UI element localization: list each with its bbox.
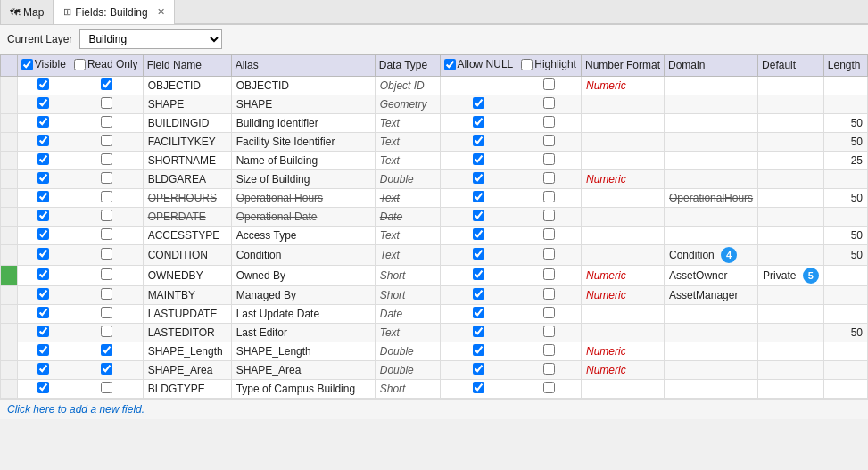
allownull-cell[interactable] (440, 379, 517, 398)
allownull-header-checkbox[interactable] (444, 59, 456, 70)
allownull-checkbox[interactable] (473, 268, 484, 280)
visible-checkbox[interactable] (37, 172, 49, 184)
readonly-cell[interactable] (70, 304, 143, 323)
allownull-cell[interactable] (440, 207, 517, 226)
highlight-checkbox[interactable] (543, 191, 555, 202)
allownull-cell[interactable] (440, 244, 517, 265)
visible-checkbox[interactable] (37, 344, 49, 356)
allownull-checkbox[interactable] (473, 288, 484, 300)
readonly-checkbox[interactable] (101, 288, 112, 300)
allownull-cell[interactable] (440, 226, 517, 244)
visible-cell[interactable] (17, 304, 70, 323)
highlight-cell[interactable] (517, 113, 582, 132)
readonly-cell[interactable] (70, 188, 143, 207)
readonly-checkbox[interactable] (101, 97, 112, 109)
visible-cell[interactable] (17, 244, 70, 265)
highlight-checkbox[interactable] (543, 382, 555, 393)
allownull-cell[interactable] (440, 188, 517, 207)
highlight-cell[interactable] (517, 379, 582, 398)
table-row[interactable]: SHAPE_Area SHAPE_Area Double Numeric (1, 360, 868, 379)
allownull-checkbox[interactable] (473, 228, 484, 240)
highlight-checkbox[interactable] (543, 228, 555, 240)
allownull-checkbox[interactable] (473, 382, 484, 393)
allownull-cell[interactable] (440, 265, 517, 285)
visible-cell[interactable] (17, 151, 70, 169)
visible-cell[interactable] (17, 265, 70, 285)
allownull-cell[interactable] (440, 285, 517, 304)
readonly-checkbox[interactable] (101, 268, 112, 280)
highlight-checkbox[interactable] (543, 97, 555, 109)
visible-cell[interactable] (17, 113, 70, 132)
allownull-cell[interactable] (440, 132, 517, 151)
visible-cell[interactable] (17, 95, 70, 113)
allownull-cell[interactable] (440, 342, 517, 360)
add-field-row[interactable]: Click here to add a new field. (0, 399, 868, 419)
allownull-checkbox[interactable] (473, 307, 484, 318)
highlight-cell[interactable] (517, 265, 582, 285)
layer-select[interactable]: Building (79, 29, 222, 49)
allownull-checkbox[interactable] (473, 153, 484, 165)
highlight-checkbox[interactable] (543, 326, 555, 337)
allownull-cell[interactable] (440, 151, 517, 169)
table-row[interactable]: LASTEDITOR Last Editor Text 50 (1, 323, 868, 342)
allownull-checkbox[interactable] (473, 116, 484, 128)
highlight-cell[interactable] (517, 304, 582, 323)
visible-checkbox[interactable] (37, 268, 49, 280)
highlight-cell[interactable] (517, 244, 582, 265)
readonly-cell[interactable] (70, 95, 143, 113)
table-row[interactable]: MAINTBY Managed By Short Numeric AssetMa… (1, 285, 868, 304)
allownull-cell[interactable] (440, 95, 517, 113)
highlight-cell[interactable] (517, 151, 582, 169)
readonly-checkbox[interactable] (101, 135, 112, 146)
allownull-checkbox[interactable] (473, 210, 484, 221)
highlight-checkbox[interactable] (543, 268, 555, 280)
highlight-checkbox[interactable] (543, 363, 555, 375)
table-row[interactable]: 2 OPERHOURS Operational Hours Text Opera… (1, 188, 868, 207)
readonly-checkbox[interactable] (101, 248, 112, 260)
allownull-checkbox[interactable] (473, 344, 484, 356)
readonly-checkbox[interactable] (101, 382, 112, 393)
visible-checkbox[interactable] (37, 191, 49, 202)
visible-checkbox[interactable] (37, 363, 49, 375)
allownull-cell[interactable] (440, 113, 517, 132)
highlight-cell[interactable] (517, 207, 582, 226)
visible-checkbox[interactable] (37, 288, 49, 300)
visible-checkbox[interactable] (37, 116, 49, 128)
table-row[interactable]: OPERDATE Operational Date Date (1, 207, 868, 226)
table-row[interactable]: OWNEDBY Owned By Short Numeric AssetOwne… (1, 265, 868, 285)
readonly-checkbox[interactable] (101, 307, 112, 318)
visible-checkbox[interactable] (37, 228, 49, 240)
visible-cell[interactable] (17, 285, 70, 304)
visible-cell[interactable] (17, 132, 70, 151)
visible-checkbox[interactable] (37, 153, 49, 165)
visible-cell[interactable] (17, 379, 70, 398)
readonly-checkbox[interactable] (101, 326, 112, 337)
readonly-cell[interactable] (70, 151, 143, 169)
table-row[interactable]: 3 BLDGTYPE Type of Campus Building Short (1, 379, 868, 398)
allownull-cell[interactable] (440, 323, 517, 342)
readonly-checkbox[interactable] (101, 78, 112, 90)
visible-checkbox[interactable] (37, 382, 49, 393)
allownull-checkbox[interactable] (473, 191, 484, 202)
highlight-cell[interactable] (517, 342, 582, 360)
readonly-checkbox[interactable] (101, 344, 112, 356)
allownull-checkbox[interactable] (473, 172, 484, 184)
highlight-cell[interactable] (517, 360, 582, 379)
highlight-checkbox[interactable] (543, 135, 555, 146)
highlight-cell[interactable] (517, 285, 582, 304)
allownull-checkbox[interactable] (473, 97, 484, 109)
highlight-cell[interactable] (517, 169, 582, 188)
readonly-cell[interactable] (70, 244, 143, 265)
visible-cell[interactable] (17, 360, 70, 379)
highlight-checkbox[interactable] (543, 172, 555, 184)
highlight-cell[interactable] (517, 323, 582, 342)
allownull-checkbox[interactable] (473, 326, 484, 337)
tab-fields-building[interactable]: ⊞ Fields: Building ✕ (54, 0, 174, 24)
highlight-checkbox[interactable] (543, 153, 555, 165)
highlight-cell[interactable] (517, 76, 582, 95)
allownull-checkbox[interactable] (473, 135, 484, 146)
highlight-checkbox[interactable] (543, 307, 555, 318)
readonly-header-checkbox[interactable] (74, 59, 86, 70)
visible-cell[interactable] (17, 188, 70, 207)
visible-checkbox[interactable] (37, 210, 49, 221)
